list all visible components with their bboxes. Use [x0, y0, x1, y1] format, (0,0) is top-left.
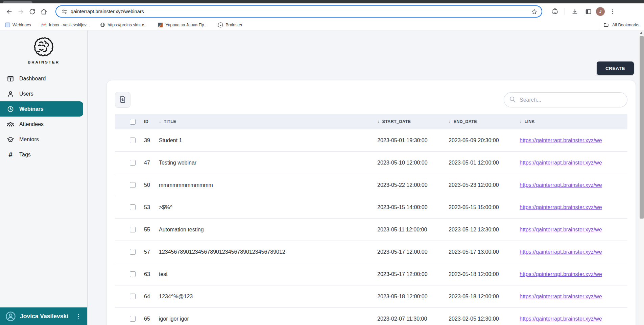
row-id: 55: [139, 227, 159, 233]
row-link[interactable]: https://qainterrapt.brainster.xyz/we: [520, 138, 602, 144]
sort-icon[interactable]: ↕: [377, 119, 379, 124]
create-button[interactable]: CREATE: [597, 61, 634, 75]
bookmark-item[interactable]: Webinacs: [5, 22, 31, 28]
side-panel-icon[interactable]: [582, 6, 594, 17]
url-text[interactable]: qainterrapt.brainster.xyz/webinars: [71, 9, 531, 14]
column-header-end-date[interactable]: ↕ END_DATE: [442, 119, 513, 124]
sidebar-item-webinars[interactable]: Webinars: [0, 101, 83, 117]
column-header-title[interactable]: ↕ TITLE: [159, 119, 371, 124]
sidebar-item-label: Dashboard: [19, 76, 46, 82]
bookmark-star-icon[interactable]: [531, 8, 538, 15]
bookmark-item[interactable]: https://proins.simt.c...: [100, 22, 147, 28]
sidebar-item-attendees[interactable]: Attendees: [0, 117, 87, 132]
search-input[interactable]: [520, 97, 622, 103]
column-header-start-date[interactable]: ↕ START_DATE: [371, 119, 442, 124]
extensions-icon[interactable]: [549, 6, 560, 17]
all-bookmarks-label[interactable]: All Bookmarks: [612, 23, 639, 27]
search-icon: [509, 96, 516, 104]
app-root: BRAINSTER DashboardUsersWebinarsAttendee…: [0, 30, 644, 325]
reload-icon[interactable]: [26, 6, 38, 17]
row-link[interactable]: https://qainterrapt.brainster.xyz/we: [520, 271, 602, 277]
url-bar[interactable]: qainterrapt.brainster.xyz/webinars: [55, 5, 542, 18]
sort-icon[interactable]: ↕: [449, 119, 451, 124]
card-toolbar: [115, 92, 627, 108]
row-title: 1234^%@123: [159, 294, 371, 300]
row-checkbox[interactable]: [130, 271, 136, 277]
downloads-icon[interactable]: [569, 6, 580, 17]
sort-icon[interactable]: ↕: [159, 119, 161, 124]
row-checkbox[interactable]: [130, 294, 136, 299]
row-link[interactable]: https://qainterrapt.brainster.xyz/we: [520, 294, 602, 300]
row-start-date: 2023-05-11 12:00:00: [371, 227, 442, 233]
row-link[interactable]: https://qainterrapt.brainster.xyz/we: [520, 227, 602, 233]
row-end-date: 2023-05-18 12:00:00: [442, 271, 513, 277]
table-row: 65igor igor igor2023-02-07 11:30:002023-…: [115, 308, 627, 325]
sidebar-item-label: Attendees: [19, 121, 44, 127]
row-link[interactable]: https://qainterrapt.brainster.xyz/we: [520, 160, 602, 166]
sidebar-item-label: Users: [19, 91, 33, 97]
sidebar-user-bar[interactable]: Jovica Vasilevski ⋮: [0, 307, 87, 325]
row-checkbox[interactable]: [130, 138, 136, 143]
row-end-date: 2023-05-09 20:30:00: [442, 138, 513, 144]
menu-dots-icon[interactable]: [607, 6, 618, 17]
row-title: igor igor igor: [159, 316, 371, 322]
profile-avatar[interactable]: J: [596, 7, 605, 16]
row-checkbox[interactable]: [130, 160, 136, 166]
sidebar-item-dashboard[interactable]: Dashboard: [0, 71, 87, 86]
row-checkbox[interactable]: [130, 182, 136, 188]
bookmark-item[interactable]: Brainster: [218, 22, 242, 28]
site-settings-icon[interactable]: [62, 9, 67, 15]
row-start-date: 2023-05-17 12:00:00: [371, 249, 442, 255]
folder-icon: [603, 22, 609, 28]
row-link[interactable]: https://qainterrapt.brainster.xyz/we: [520, 182, 602, 188]
window-scrollbar[interactable]: [639, 30, 644, 325]
bookmark-label: Webinacs: [13, 23, 31, 27]
select-all-checkbox[interactable]: [130, 119, 136, 125]
row-checkbox[interactable]: [130, 316, 136, 322]
column-header-link[interactable]: ↕ LINK: [513, 119, 627, 124]
user-menu-dots-icon[interactable]: ⋮: [75, 312, 82, 320]
people-icon: [6, 120, 15, 128]
row-start-date: 2023-05-10 12:00:00: [371, 160, 442, 166]
sidebar-item-label: Tags: [19, 152, 31, 158]
browser-tab[interactable]: [3, 1, 32, 3]
toolbar-right-icons: J: [549, 6, 618, 17]
bookmark-item[interactable]: Управа за Јавни Пр...: [158, 22, 208, 28]
flag-icon: [158, 22, 163, 28]
sidebar-item-mentors[interactable]: Mentors: [0, 132, 87, 147]
row-title: Automation testing: [159, 227, 371, 233]
search-box[interactable]: [504, 92, 627, 107]
brand-name: BRAINSTER: [28, 60, 59, 64]
row-id: 47: [139, 160, 159, 166]
row-link[interactable]: https://qainterrapt.brainster.xyz/we: [520, 316, 602, 322]
row-link[interactable]: https://qainterrapt.brainster.xyz/we: [520, 204, 602, 210]
tab-strip: [0, 0, 644, 3]
bookmark-item[interactable]: Inbox - vasilevskijov...: [41, 22, 90, 28]
webinars-card: ID ↕ TITLE ↕ START_DATE ↕ END_DATE ↕: [106, 80, 636, 325]
row-start-date: 2023-05-17 12:00:00: [371, 271, 442, 277]
row-checkbox[interactable]: [130, 227, 136, 232]
back-icon[interactable]: [3, 6, 15, 17]
user-avatar-icon: [5, 311, 16, 322]
row-id: 50: [139, 182, 159, 188]
forward-icon[interactable]: [15, 6, 26, 17]
sort-icon[interactable]: ↕: [520, 119, 522, 124]
sidebar-item-users[interactable]: Users: [0, 86, 87, 101]
row-id: 57: [139, 249, 159, 255]
table-row: 641234^%@1232023-05-18 12:00:002023-05-1…: [115, 285, 627, 308]
main-content: CREATE: [88, 30, 644, 325]
row-end-date: 2023-05-18 12:00:00: [442, 294, 513, 300]
column-header-id[interactable]: ID: [139, 119, 159, 124]
bookmarks-divider: [598, 22, 598, 28]
globe-icon: [100, 22, 105, 28]
row-title: test: [159, 271, 371, 277]
row-link[interactable]: https://qainterrapt.brainster.xyz/we: [520, 249, 602, 255]
home-icon[interactable]: [38, 6, 49, 17]
row-end-date: 2023-05-01 12:00:00: [442, 160, 513, 166]
scrollbar-thumb[interactable]: [640, 36, 644, 219]
scrollbar-up-icon[interactable]: [640, 32, 643, 34]
row-checkbox[interactable]: [130, 249, 136, 255]
export-button[interactable]: [115, 92, 130, 108]
sidebar-item-tags[interactable]: #Tags: [0, 147, 87, 162]
row-checkbox[interactable]: [130, 204, 136, 210]
